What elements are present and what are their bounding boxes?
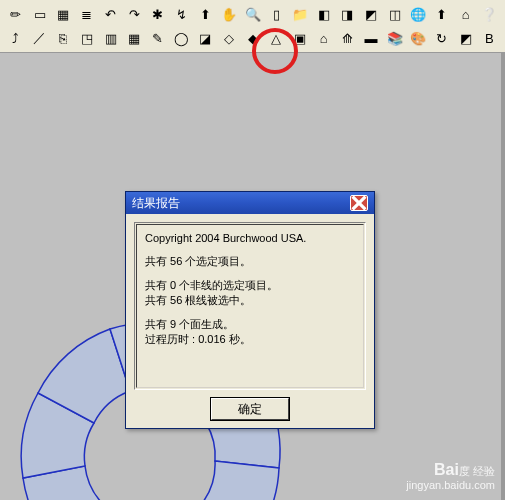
dialog-title: 结果报告 <box>132 195 180 212</box>
right-bar <box>501 53 505 500</box>
up-icon[interactable]: ⬆ <box>430 2 454 26</box>
layers-icon[interactable]: ≣ <box>75 2 99 26</box>
cone-icon[interactable]: △ <box>264 26 288 50</box>
box-open-icon[interactable]: ◳ <box>75 26 99 50</box>
wall-icon[interactable]: ▬ <box>359 26 383 50</box>
hand-icon[interactable]: ✋ <box>217 2 241 26</box>
dialog-titlebar[interactable]: 结果报告 <box>126 192 374 214</box>
box2-icon[interactable]: ◨ <box>335 2 359 26</box>
book-icon[interactable]: ▭ <box>28 2 52 26</box>
rhombus-red-icon[interactable]: ◆ <box>241 26 265 50</box>
earth-icon[interactable]: 🌐 <box>406 2 430 26</box>
copyarr-icon[interactable]: ⎘ <box>51 26 75 50</box>
pencil-icon[interactable]: ✏ <box>4 2 28 26</box>
redo-icon[interactable]: ↷ <box>122 2 146 26</box>
doc-icon[interactable]: ▯ <box>264 2 288 26</box>
pin-icon[interactable]: ✱ <box>146 2 170 26</box>
line-icon[interactable]: ／ <box>28 26 52 50</box>
refresh-icon[interactable]: ↻ <box>430 26 454 50</box>
stairs-icon[interactable]: ⟰ <box>335 26 359 50</box>
cube2-icon[interactable]: ◪ <box>193 26 217 50</box>
path-icon[interactable]: ↯ <box>170 2 194 26</box>
curve-icon[interactable]: ⤴ <box>4 26 28 50</box>
toolbar-row-2: ⤴／⎘◳▥▦✎◯◪◇◆△▣⌂⟰▬📚🎨↻◩B <box>4 26 501 50</box>
quad-icon[interactable]: ◇ <box>217 26 241 50</box>
watermark: Bai度 经验 jingyan.baidu.com <box>406 460 495 492</box>
report-line-3: 共有 9 个面生成。 过程历时 : 0.016 秒。 <box>145 317 355 348</box>
toolbar-row-1: ✏▭▦≣↶↷✱↯⬆✋🔍▯📁◧◨◩◫🌐⬆⌂❔ <box>4 2 501 26</box>
folder-icon[interactable]: 📁 <box>288 2 312 26</box>
home-icon[interactable]: ⌂ <box>454 2 478 26</box>
arrow-up-icon[interactable]: ⬆ <box>193 2 217 26</box>
panel-icon[interactable]: ▥ <box>99 26 123 50</box>
paint-icon[interactable]: ▦ <box>51 2 75 26</box>
box1-icon[interactable]: ◧ <box>312 2 336 26</box>
report-line-1: 共有 56 个选定项目。 <box>145 254 355 269</box>
cube4-icon[interactable]: ◩ <box>454 26 478 50</box>
cube3-icon[interactable]: ▣ <box>288 26 312 50</box>
copyright-line: Copyright 2004 Burchwood USA. <box>145 231 355 246</box>
roof-icon[interactable]: ⌂ <box>312 26 336 50</box>
pen-icon[interactable]: ✎ <box>146 26 170 50</box>
ok-button[interactable]: 确定 <box>211 398 289 420</box>
close-button[interactable] <box>350 195 368 211</box>
result-dialog: 结果报告 Copyright 2004 Burchwood USA. 共有 56… <box>125 191 375 429</box>
undo-icon[interactable]: ↶ <box>99 2 123 26</box>
books-icon[interactable]: 📚 <box>383 26 407 50</box>
toolbar: ✏▭▦≣↶↷✱↯⬆✋🔍▯📁◧◨◩◫🌐⬆⌂❔ ⤴／⎘◳▥▦✎◯◪◇◆△▣⌂⟰▬📚🎨… <box>0 0 505 53</box>
report-line-2: 共有 0 个非线的选定项目。 共有 56 根线被选中。 <box>145 278 355 309</box>
info-icon[interactable]: ❔ <box>477 2 501 26</box>
canvas: 结果报告 Copyright 2004 Burchwood USA. 共有 56… <box>0 53 505 500</box>
grid-icon[interactable]: ▦ <box>122 26 146 50</box>
report-box: Copyright 2004 Burchwood USA. 共有 56 个选定项… <box>134 222 366 390</box>
cube-icon[interactable]: ◫ <box>383 2 407 26</box>
palette-icon[interactable]: 🎨 <box>406 26 430 50</box>
box3-icon[interactable]: ◩ <box>359 2 383 26</box>
oval-icon[interactable]: ◯ <box>170 26 194 50</box>
b-icon-icon[interactable]: B <box>477 26 501 50</box>
zoom-icon[interactable]: 🔍 <box>241 2 265 26</box>
